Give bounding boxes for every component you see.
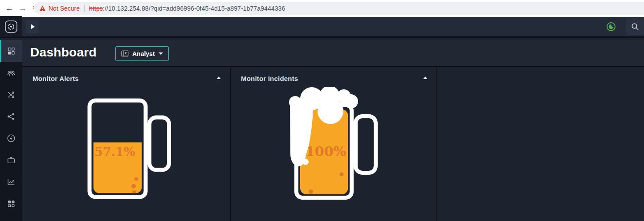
- panel-title: Monitor Incidents: [241, 75, 298, 82]
- bubble: [131, 184, 136, 189]
- mug-handle: [150, 117, 169, 170]
- bubble: [340, 173, 344, 177]
- url-text: https://10.132.254.88/?qid=add96996-0f45…: [89, 5, 285, 12]
- sidebar-item-cases[interactable]: [0, 149, 22, 171]
- sidebar-item-automation[interactable]: [0, 127, 22, 149]
- collapse-icon[interactable]: [423, 76, 428, 79]
- mug-handle: [356, 117, 376, 173]
- page-header: Dashboard Analyst: [22, 40, 644, 67]
- sidebar-item-users[interactable]: [0, 62, 22, 84]
- line-chart-icon: [6, 177, 16, 187]
- search-icon: [631, 22, 640, 31]
- sidebar-nav: [0, 40, 22, 221]
- screen: ← → ↻ Not Secure https://10.132.254.88/?…: [0, 0, 644, 221]
- app-logo[interactable]: [0, 16, 22, 37]
- sidebar-item-data-flow[interactable]: [0, 84, 22, 105]
- panel-header: Monitor Alerts: [22, 68, 230, 85]
- arcsight-logo-icon: [4, 20, 18, 33]
- dashboard-grid-icon: [6, 46, 16, 56]
- chevron-down-icon: [159, 52, 163, 55]
- sidebar-item-topology[interactable]: [0, 105, 22, 127]
- app-top-bar: [0, 17, 644, 38]
- gauge-value-label: 57.1%: [94, 145, 135, 159]
- url-rest: ://10.132.254.88/?qid=add96996-0f45-4d15…: [103, 5, 285, 12]
- address-divider: [84, 5, 85, 12]
- browser-chrome: ← → ↻ Not Secure https://10.132.254.88/?…: [0, 0, 644, 17]
- bubble: [309, 189, 313, 194]
- empty-dashboard-area: [437, 68, 644, 221]
- panel-monitor-incidents: Monitor Incidents 100%: [231, 68, 436, 221]
- url-scheme: https: [89, 5, 103, 12]
- system-health-icon[interactable]: [606, 21, 616, 32]
- play-icon: [31, 24, 35, 29]
- search-button[interactable]: [626, 18, 644, 35]
- users-icon: [6, 68, 16, 78]
- lightning-circle-icon: [6, 133, 16, 143]
- panel-header: Monitor Incidents: [231, 68, 436, 85]
- browser-forward-icon[interactable]: →: [16, 4, 29, 13]
- collapse-icon[interactable]: [216, 76, 221, 79]
- sidebar-item-apps[interactable]: [0, 193, 22, 214]
- branch-nodes-icon: [6, 112, 16, 121]
- report-panel-icon: [121, 50, 129, 57]
- gauge-value-label: 100%: [306, 144, 346, 159]
- apps-grid-icon: [6, 199, 16, 209]
- panel-title: Monitor Alerts: [33, 75, 79, 82]
- beer-mug-gauge-incidents: 100%: [289, 87, 384, 205]
- dashboard-content: Monitor Alerts 57.1%: [22, 68, 644, 221]
- beer-mug-gauge-alerts: 57.1%: [86, 96, 175, 201]
- security-status-label: Not Secure: [49, 5, 80, 12]
- briefcase-icon: [6, 155, 16, 165]
- view-selector-button[interactable]: Analyst: [115, 46, 169, 61]
- page-title: Dashboard: [30, 45, 97, 60]
- sidebar-item-dashboard[interactable]: [0, 40, 22, 62]
- panel-monitor-alerts: Monitor Alerts 57.1%: [22, 68, 230, 221]
- sidebar-item-analytics[interactable]: [0, 171, 22, 193]
- crossed-arrows-icon: [6, 90, 16, 100]
- view-selector-label: Analyst: [132, 50, 155, 57]
- bubble: [135, 177, 139, 181]
- bubble: [132, 190, 136, 194]
- expand-menu-button[interactable]: [26, 20, 39, 33]
- warning-icon: [39, 5, 46, 12]
- browser-back-icon[interactable]: ←: [3, 4, 16, 13]
- address-bar[interactable]: Not Secure https://10.132.254.88/?qid=ad…: [34, 2, 644, 15]
